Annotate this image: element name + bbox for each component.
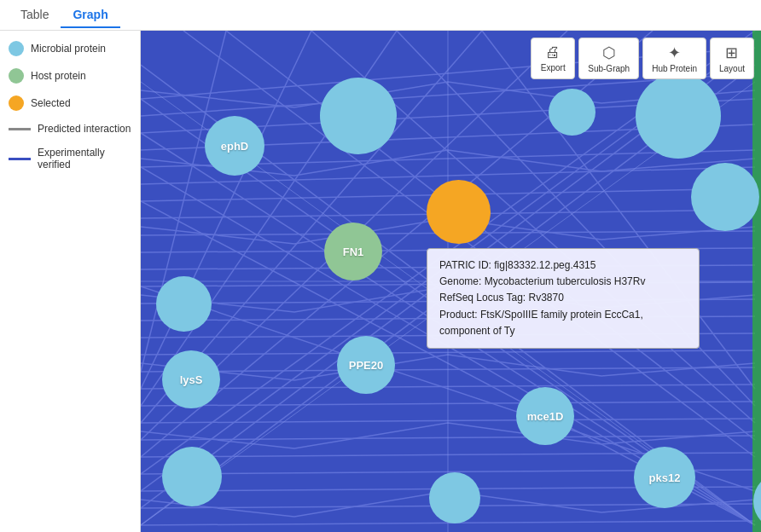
tooltip-genome: Genome: Mycobacterium tuberculosis H37Rv [439, 274, 687, 290]
node-midleft[interactable] [156, 276, 212, 332]
microbial-icon [9, 41, 24, 56]
export-label: Export [541, 63, 566, 72]
legend-host: Host protein [9, 68, 131, 84]
node-ephD[interactable]: ephD [205, 116, 264, 176]
node-tl[interactable] [320, 78, 397, 154]
layout-button[interactable]: ⊞ Layout [710, 38, 754, 79]
layout-icon: ⊞ [725, 43, 738, 62]
legend-experimental: Experimentally verified [9, 147, 131, 171]
subgraph-icon: ⬡ [602, 43, 616, 62]
node-mce1D[interactable]: mce1D [516, 387, 574, 445]
subgraph-button[interactable]: ⬡ Sub-Graph [578, 38, 639, 79]
toolbar: 🖨 Export ⬡ Sub-Graph ✦ Hub Protein ⊞ Lay… [531, 38, 754, 79]
node-tr-small[interactable] [549, 89, 595, 136]
selected-icon [9, 95, 24, 111]
legend-panel: Microbial protein Host protein Selected … [0, 31, 141, 532]
main-layout: Microbial protein Host protein Selected … [0, 31, 761, 532]
node-tr-large[interactable] [636, 73, 721, 159]
microbial-label: Microbial protein [31, 43, 106, 55]
tab-bar: Table Graph [0, 0, 761, 31]
legend-microbial: Microbial protein [9, 41, 131, 56]
hub-protein-button[interactable]: ✦ Hub Protein [642, 38, 706, 79]
layout-label: Layout [719, 64, 745, 73]
node-right1[interactable] [691, 163, 759, 231]
legend-selected: Selected [9, 95, 131, 111]
hub-protein-icon: ✦ [668, 43, 681, 62]
export-icon: 🖨 [545, 43, 561, 61]
graph-canvas[interactable]: 🖨 Export ⬡ Sub-Graph ✦ Hub Protein ⊞ Lay… [141, 31, 761, 532]
tooltip-refseq: RefSeq Locus Tag: Rv3870 [439, 290, 687, 306]
tooltip-product: Product: FtsK/SpoIIIE family protein Ecc… [439, 307, 687, 339]
export-button[interactable]: 🖨 Export [531, 38, 575, 79]
node-bottomleft[interactable] [162, 447, 222, 506]
hub-protein-label: Hub Protein [652, 64, 697, 73]
node-selected[interactable] [427, 180, 491, 244]
node-PPE20[interactable]: PPE20 [337, 336, 395, 394]
experimental-label: Experimentally verified [38, 147, 131, 171]
node-FN1[interactable]: FN1 [324, 223, 382, 280]
tab-graph[interactable]: Graph [61, 3, 119, 28]
legend-predicted: Predicted interaction [9, 123, 131, 135]
right-panel-indicator [752, 31, 761, 532]
node-tooltip: PATRIC ID: fig|83332.12.peg.4315 Genome:… [427, 248, 700, 349]
host-icon [9, 68, 24, 84]
host-label: Host protein [31, 70, 86, 82]
tooltip-patric-id: PATRIC ID: fig|83332.12.peg.4315 [439, 257, 687, 274]
node-pks12[interactable]: pks12 [634, 447, 695, 508]
predicted-label: Predicted interaction [38, 123, 131, 135]
experimental-line-icon [9, 158, 31, 160]
node-bottomcenter[interactable] [429, 472, 480, 523]
tab-table[interactable]: Table [9, 3, 61, 28]
selected-label: Selected [31, 97, 71, 109]
predicted-line-icon [9, 128, 31, 130]
node-lysS[interactable]: lysS [162, 350, 220, 408]
subgraph-label: Sub-Graph [588, 64, 630, 73]
